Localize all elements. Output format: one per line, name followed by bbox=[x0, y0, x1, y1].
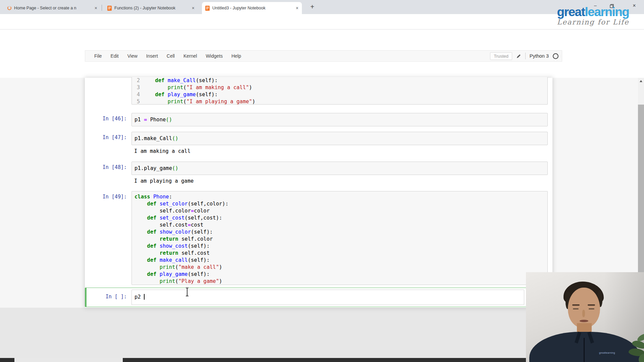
cell-prompt: In [48]: bbox=[85, 164, 129, 170]
menu-item-help[interactable]: Help bbox=[227, 51, 246, 61]
edit-title-pencil-icon[interactable] bbox=[516, 54, 521, 59]
tab-title: Functions (2) - Jupyter Notebook bbox=[114, 6, 187, 10]
menu-item-cell[interactable]: Cell bbox=[162, 51, 179, 61]
text-caret bbox=[144, 294, 145, 300]
new-tab-button[interactable]: + bbox=[308, 3, 317, 11]
horizontal-scrollbar-thumb[interactable] bbox=[14, 358, 123, 362]
code-cell-input[interactable]: class Phone: def set_color(self,color): … bbox=[131, 191, 548, 285]
screen: Home Page - Select or create a n×Functio… bbox=[0, 0, 644, 362]
tab-title: Untitled3 - Jupyter Notebook bbox=[212, 6, 291, 10]
line-number: 3 bbox=[135, 84, 140, 91]
jupyter-spinner-icon bbox=[7, 6, 11, 10]
notebook-icon bbox=[107, 6, 112, 11]
code-cell-input[interactable]: p1 = Phone() bbox=[131, 113, 548, 126]
code-cell-input[interactable]: p2 bbox=[131, 290, 524, 305]
notebook-toolbar: + Run Code ▾ bbox=[0, 62, 644, 78]
tab-title: Home Page - Select or create a n bbox=[14, 6, 90, 10]
presenter-webcam-overlay: greatlearning bbox=[526, 272, 644, 362]
line-number: 4 bbox=[135, 91, 140, 98]
window-close-icon[interactable]: × bbox=[629, 3, 639, 9]
tab-close-icon[interactable]: × bbox=[296, 5, 299, 11]
text-cursor-pointer bbox=[185, 288, 189, 296]
kernel-idle-icon bbox=[553, 53, 558, 59]
browser-tab[interactable]: Functions (2) - Jupyter Notebook× bbox=[104, 2, 198, 14]
browser-tab[interactable]: Home Page - Select or create a n× bbox=[4, 2, 101, 14]
trusted-badge[interactable]: Trusted bbox=[490, 52, 512, 60]
line-number: 2 bbox=[135, 77, 140, 84]
tab-separator bbox=[102, 5, 102, 11]
cell-prompt: In [49]: bbox=[85, 194, 129, 200]
notebook-icon bbox=[205, 6, 210, 11]
cell-prompt: In [46]: bbox=[85, 116, 129, 122]
window-restore-icon[interactable] bbox=[610, 4, 620, 8]
presenter-eye bbox=[573, 308, 579, 309]
browser-url-bar: ← → ⓘ localhost:8888/notebooks/Untitled3… bbox=[0, 14, 644, 29]
tab-close-icon[interactable]: × bbox=[95, 5, 97, 11]
cell-output: I am making a call bbox=[134, 148, 191, 155]
menu-item-view[interactable]: View bbox=[123, 51, 142, 61]
code-cell-input[interactable]: 2 def make_Call(self):3 print("I am maki… bbox=[131, 77, 548, 105]
shirt-logo-text: greatlearning bbox=[599, 351, 615, 354]
menu-bar: FileEditViewInsertCellKernelWidgetsHelp … bbox=[85, 50, 562, 62]
menu-item-file[interactable]: File bbox=[90, 51, 106, 61]
tab-close-icon[interactable]: × bbox=[192, 5, 195, 11]
scroll-up-icon[interactable] bbox=[640, 80, 642, 82]
window-minimize-icon[interactable]: – bbox=[590, 3, 600, 8]
menu-item-kernel[interactable]: Kernel bbox=[179, 51, 201, 61]
cell-output: I am playing a game bbox=[134, 178, 194, 185]
code-cell-input[interactable]: p1.make_Call() bbox=[131, 132, 548, 145]
browser-tab[interactable]: Untitled3 - Jupyter Notebook× bbox=[202, 2, 302, 14]
line-number: 5 bbox=[135, 98, 140, 105]
divider bbox=[525, 53, 526, 59]
kernel-name: Python 3 bbox=[530, 53, 549, 59]
cell-prompt: In [ ]: bbox=[85, 294, 129, 300]
cell-prompt: In [47]: bbox=[85, 134, 129, 140]
browser-tab-strip: Home Page - Select or create a n×Functio… bbox=[0, 0, 644, 14]
jupyter-header: jupyter Untitled3 Last Checkpoint: an ho… bbox=[0, 29, 644, 50]
vertical-scrollbar-thumb[interactable] bbox=[638, 105, 644, 292]
menu-item-edit[interactable]: Edit bbox=[106, 51, 123, 61]
menu-item-widgets[interactable]: Widgets bbox=[201, 51, 227, 61]
code-cell-input[interactable]: p1.play_game() bbox=[131, 162, 548, 175]
presenter-eye bbox=[589, 308, 594, 309]
menu-item-insert[interactable]: Insert bbox=[142, 51, 162, 61]
